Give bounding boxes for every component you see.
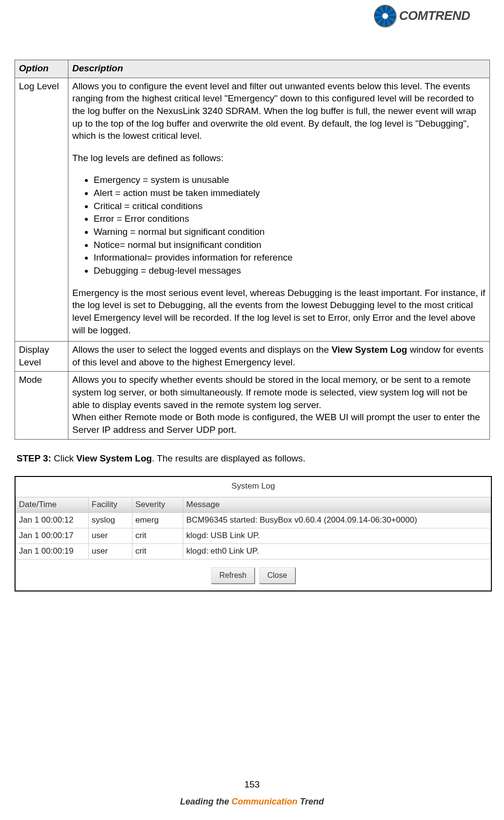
cell-sev: crit — [132, 544, 183, 559]
cell-option: Display Level — [15, 342, 68, 372]
system-log-buttons: Refresh Close — [16, 559, 491, 586]
cell-msg: klogd: eth0 Link UP. — [183, 544, 491, 559]
close-button[interactable]: Close — [259, 567, 295, 584]
cell-description: Allows the user to select the logged eve… — [68, 342, 490, 372]
tagline: Leading the Communication Trend — [0, 796, 504, 807]
document-page: COMTREND Option Description Log Level Al… — [0, 0, 504, 820]
text: Trend — [297, 797, 324, 806]
options-table: Option Description Log Level Allows you … — [15, 60, 490, 440]
cell-sev: crit — [132, 528, 183, 544]
log-level-p2: The log levels are defined as follows: — [72, 152, 486, 164]
cell-description: Allows you to configure the event level … — [68, 78, 490, 342]
cell-dt: Jan 1 00:00:17 — [16, 528, 89, 544]
col-severity: Severity — [132, 497, 183, 513]
list-item: Error = Error conditions — [94, 213, 486, 225]
list-item: Warning = normal but significant conditi… — [94, 226, 486, 238]
log-level-p3: Emergency is the most serious event leve… — [72, 287, 486, 337]
list-item: Alert = action must be taken immediately — [94, 187, 486, 199]
list-item: Critical = critical conditions — [94, 200, 486, 213]
page-footer: 153 Leading the Communication Trend — [0, 778, 504, 807]
table-header-row: Date/Time Facility Severity Message — [16, 497, 491, 513]
cell-dt: Jan 1 00:00:19 — [16, 544, 89, 559]
log-level-p1: Allows you to configure the event level … — [72, 80, 486, 142]
cell-option: Log Level — [15, 78, 68, 342]
header-option: Option — [15, 60, 68, 78]
cell-fac: user — [89, 544, 132, 559]
cell-msg: klogd: USB Link UP. — [183, 528, 491, 544]
refresh-button[interactable]: Refresh — [211, 567, 255, 584]
cell-description: Allows you to specify whether events sho… — [68, 372, 490, 439]
list-item: Debugging = debug-level messages — [94, 264, 486, 277]
page-number: 153 — [0, 778, 504, 791]
list-item: Emergency = system is unusable — [94, 174, 486, 186]
col-facility: Facility — [89, 497, 132, 513]
table-header-row: Option Description — [15, 60, 490, 78]
cell-msg: BCM96345 started: BusyBox v0.60.4 (2004.… — [183, 513, 491, 528]
list-item: Informational= provides information for … — [94, 251, 486, 264]
bold-text: View System Log — [76, 453, 152, 463]
tagline-highlight: Communication — [231, 797, 297, 806]
cell-fac: user — [89, 528, 132, 544]
globe-icon — [374, 5, 396, 27]
mode-p1: Allows you to specify whether events sho… — [72, 375, 471, 410]
list-item: Notice= normal but insignificant conditi… — [94, 239, 486, 251]
col-datetime: Date/Time — [16, 497, 89, 513]
table-row: Jan 1 00:00:19 user crit klogd: eth0 Lin… — [16, 544, 491, 559]
system-log-title: System Log — [16, 477, 491, 497]
text: Allows the user to select the logged eve… — [72, 344, 331, 355]
table-row: Jan 1 00:00:12 syslog emerg BCM96345 sta… — [16, 513, 491, 528]
log-levels-list: Emergency = system is unusable Alert = a… — [72, 174, 486, 277]
system-log-panel: System Log Date/Time Facility Severity M… — [15, 476, 492, 591]
cell-fac: syslog — [89, 513, 132, 528]
text: Click — [51, 453, 76, 463]
row-log-level: Log Level Allows you to configure the ev… — [15, 78, 490, 342]
bold-text: View System Log — [331, 344, 407, 355]
row-display-level: Display Level Allows the user to select … — [15, 342, 490, 372]
header-description: Description — [68, 60, 490, 78]
row-mode: Mode Allows you to specify whether event… — [15, 372, 490, 439]
step-label: STEP 3: — [16, 453, 51, 463]
step3: STEP 3: Click View System Log. The resul… — [16, 452, 489, 465]
col-message: Message — [183, 497, 491, 513]
brand-logo: COMTREND — [374, 5, 470, 27]
cell-option: Mode — [15, 372, 68, 439]
page-header: COMTREND — [15, 0, 489, 46]
cell-dt: Jan 1 00:00:12 — [16, 513, 89, 528]
brand-name: COMTREND — [399, 7, 470, 24]
cell-sev: emerg — [132, 513, 183, 528]
text: Leading the — [180, 797, 231, 806]
text: . The results are displayed as follows. — [152, 453, 305, 463]
system-log-table: Date/Time Facility Severity Message Jan … — [16, 497, 491, 559]
table-row: Jan 1 00:00:17 user crit klogd: USB Link… — [16, 528, 491, 544]
mode-p2: When either Remote mode or Both mode is … — [72, 412, 480, 435]
